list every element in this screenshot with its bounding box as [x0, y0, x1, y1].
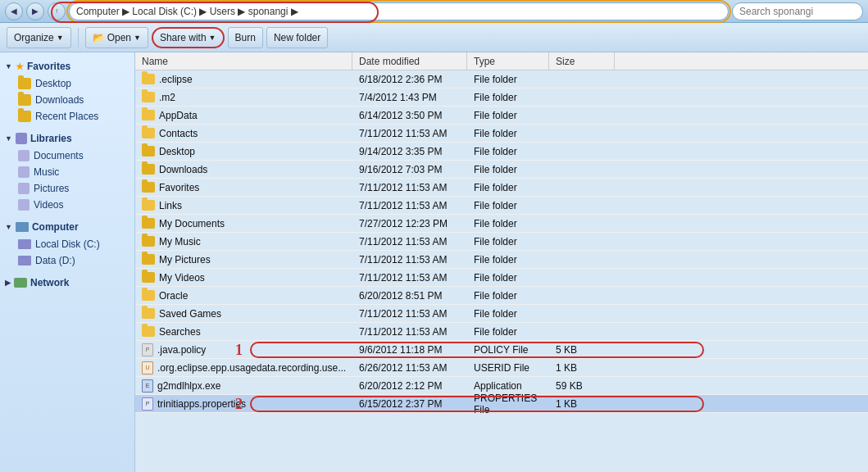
- sidebar-section-libraries[interactable]: ▼ Libraries: [0, 129, 134, 148]
- sidebar-item-videos[interactable]: Videos: [0, 197, 134, 213]
- share-with-button[interactable]: Share with ▼: [152, 27, 225, 48]
- file-name-text: Downloads: [159, 164, 207, 175]
- file-type-cell: File folder: [467, 110, 549, 121]
- toolbar-separator-1: [78, 28, 79, 48]
- sidebar-music-label: Music: [34, 166, 59, 178]
- folder-icon: [142, 308, 155, 319]
- file-name-cell: My Documents: [135, 218, 352, 229]
- file-name-text: trinitiapps.properties: [157, 398, 246, 410]
- computer-label: Computer: [32, 221, 79, 233]
- props-file-icon: P: [142, 397, 153, 411]
- col-header-name[interactable]: Name: [135, 52, 352, 70]
- sidebar-documents-label: Documents: [34, 150, 84, 161]
- table-row[interactable]: Contacts 7/11/2012 11:53 AM File folder: [135, 125, 868, 143]
- open-button[interactable]: 📂 Open ▼: [85, 27, 148, 48]
- table-row[interactable]: Saved Games 7/11/2012 11:53 AM File fold…: [135, 305, 868, 323]
- userid-file-icon: U: [142, 361, 153, 374]
- sidebar-section-computer[interactable]: ▼ Computer: [0, 218, 134, 236]
- col-header-type[interactable]: Type: [467, 52, 549, 70]
- forward-button[interactable]: ▶: [26, 2, 44, 20]
- file-name-text: .java.policy: [157, 344, 206, 356]
- table-row[interactable]: Downloads 9/16/2012 7:03 PM File folder: [135, 161, 868, 179]
- file-size-cell: 5 KB: [549, 344, 615, 356]
- sidebar: ▼ ★ Favorites Desktop Downloads Recent P…: [0, 52, 135, 472]
- sidebar-item-downloads[interactable]: Downloads: [0, 92, 134, 108]
- sidebar-item-data-d[interactable]: Data (D:): [0, 252, 134, 269]
- column-headers: Name Date modified Type Size: [135, 52, 868, 70]
- new-folder-button[interactable]: New folder: [266, 27, 328, 48]
- table-row[interactable]: Searches 7/11/2012 11:53 AM File folder: [135, 323, 868, 341]
- share-with-label: Share with: [160, 32, 207, 43]
- sidebar-item-recent-places[interactable]: Recent Places: [0, 108, 134, 125]
- sidebar-item-pictures[interactable]: Pictures: [0, 180, 134, 197]
- file-size-cell: 1 KB: [549, 362, 615, 374]
- table-row[interactable]: P .java.policy 9/6/2012 11:18 PM POLICY …: [135, 341, 868, 359]
- table-row[interactable]: My Videos 7/11/2012 11:53 AM File folder: [135, 269, 868, 287]
- file-date-cell: 6/15/2012 2:37 PM: [352, 398, 467, 410]
- file-date-cell: 9/14/2012 3:35 PM: [352, 146, 467, 157]
- special-folder-icon: [142, 182, 155, 193]
- file-type-cell: File folder: [467, 74, 549, 85]
- organize-button[interactable]: Organize ▼: [7, 27, 71, 48]
- up-button[interactable]: ↑: [48, 2, 66, 20]
- table-row[interactable]: Desktop 9/14/2012 3:35 PM File folder: [135, 143, 868, 161]
- search-input[interactable]: [732, 2, 863, 20]
- file-name-text: .eclipse: [159, 74, 193, 85]
- table-row[interactable]: Oracle 6/20/2012 8:51 PM File folder: [135, 287, 868, 305]
- file-date-cell: 6/20/2012 8:51 PM: [352, 290, 467, 302]
- file-name-text: Favorites: [159, 182, 199, 193]
- table-row[interactable]: My Music 7/11/2012 11:53 AM File folder: [135, 233, 868, 251]
- sidebar-item-local-disk-c[interactable]: Local Disk (C:): [0, 236, 134, 252]
- file-name-text: Oracle: [159, 290, 188, 302]
- table-row[interactable]: Favorites 7/11/2012 11:53 AM File folder: [135, 179, 868, 197]
- file-type-cell: File folder: [467, 326, 549, 338]
- network-collapse-icon: ▶: [5, 279, 11, 287]
- col-header-size[interactable]: Size: [549, 52, 615, 70]
- table-row[interactable]: My Pictures 7/11/2012 11:53 AM File fold…: [135, 251, 868, 269]
- sidebar-item-music[interactable]: Music: [0, 164, 134, 180]
- sidebar-item-desktop[interactable]: Desktop: [0, 75, 134, 92]
- table-row[interactable]: P trinitiapps.properties 6/15/2012 2:37 …: [135, 395, 868, 413]
- file-date-cell: 7/11/2012 11:53 AM: [352, 200, 467, 211]
- sidebar-section-favorites[interactable]: ▼ ★ Favorites: [0, 57, 134, 75]
- organize-label: Organize: [14, 32, 54, 43]
- computer-collapse-icon: ▼: [5, 223, 12, 231]
- file-date-cell: 7/11/2012 11:53 AM: [352, 236, 467, 247]
- file-name-text: .org.eclipse.epp.usagedata.recording.use…: [157, 362, 346, 374]
- music-lib-icon: [18, 166, 30, 178]
- table-row[interactable]: .eclipse 6/18/2012 2:36 PM File folder: [135, 70, 868, 88]
- sidebar-local-disk-c-label: Local Disk (C:): [35, 238, 100, 250]
- network-icon: [14, 278, 27, 288]
- libraries-label: Libraries: [30, 133, 72, 144]
- burn-button[interactable]: Burn: [228, 27, 263, 48]
- folder-icon: [142, 326, 155, 337]
- sidebar-item-documents[interactable]: Documents: [0, 148, 134, 164]
- toolbar: Organize ▼ 📂 Open ▼ Share with ▼ Burn Ne…: [0, 23, 868, 52]
- table-row[interactable]: U .org.eclipse.epp.usagedata.recording.u…: [135, 359, 868, 377]
- special-folder-icon: [142, 164, 155, 175]
- table-row[interactable]: .m2 7/4/2012 1:43 PM File folder: [135, 88, 868, 107]
- recent-places-folder-icon: [18, 111, 31, 122]
- burn-label: Burn: [235, 32, 256, 43]
- col-header-date[interactable]: Date modified: [352, 52, 467, 70]
- file-size-cell: 1 KB: [549, 398, 615, 410]
- file-date-cell: 7/11/2012 11:53 AM: [352, 128, 467, 139]
- file-type-cell: POLICY File: [467, 344, 549, 356]
- file-name-text: My Documents: [159, 218, 225, 229]
- sidebar-section-network[interactable]: ▶ Network: [0, 274, 134, 292]
- address-bar[interactable]: Computer ▶ Local Disk (C:) ▶ Users ▶ spo…: [69, 2, 729, 20]
- table-row[interactable]: AppData 6/14/2012 3:50 PM File folder: [135, 107, 868, 125]
- back-button[interactable]: ◀: [5, 2, 23, 20]
- special-folder-icon: [142, 236, 155, 247]
- folder-icon: [142, 74, 155, 84]
- table-row[interactable]: Links 7/11/2012 11:53 AM File folder: [135, 197, 868, 215]
- open-arrow-icon: ▼: [134, 34, 141, 42]
- libraries-icon: [16, 133, 27, 144]
- special-folder-icon: [142, 254, 155, 265]
- file-name-cell: .m2: [135, 92, 352, 103]
- col-date-label: Date modified: [359, 56, 420, 67]
- file-name-cell: Oracle: [135, 290, 352, 302]
- file-name-cell: Contacts: [135, 128, 352, 139]
- file-name-cell: Favorites: [135, 182, 352, 193]
- table-row[interactable]: My Documents 7/27/2012 12:23 PM File fol…: [135, 215, 868, 233]
